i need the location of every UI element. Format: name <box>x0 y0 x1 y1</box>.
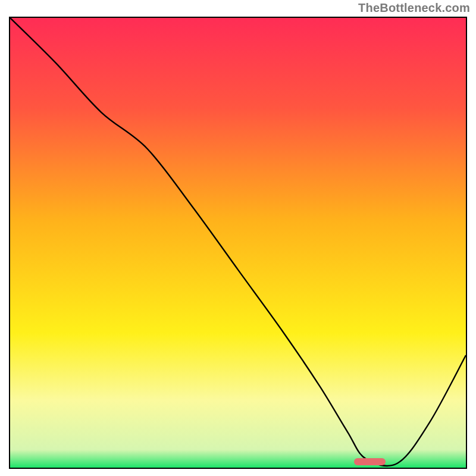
chart-svg <box>10 18 466 468</box>
chart-area <box>9 17 467 469</box>
optimal-marker <box>354 458 386 465</box>
chart-background <box>10 18 466 468</box>
watermark-text: TheBottleneck.com <box>358 1 470 15</box>
